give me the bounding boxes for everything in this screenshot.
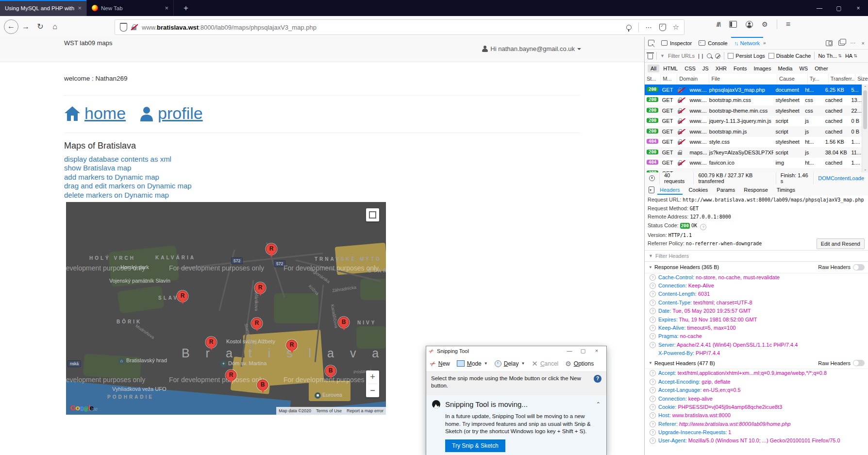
filter-tab[interactable]: CSS bbox=[682, 65, 699, 72]
header-help-icon[interactable]: ? bbox=[650, 438, 656, 444]
filter-tab[interactable]: Other bbox=[812, 65, 831, 72]
detail-tab[interactable]: Params bbox=[712, 185, 739, 195]
header-help-icon[interactable]: ? bbox=[650, 283, 656, 289]
filter-tab[interactable]: All bbox=[648, 65, 659, 72]
filter-headers-input[interactable]: ▼Filter Headers bbox=[645, 250, 868, 262]
request-row[interactable]: 200 GET www.... bootstrap.min.js script … bbox=[645, 126, 862, 137]
help-icon[interactable]: ? bbox=[594, 375, 601, 383]
user-menu[interactable]: Hi nathan.bayne@gmail.co.uk bbox=[482, 45, 581, 52]
column-header[interactable]: Transferr... bbox=[829, 74, 856, 84]
column-header[interactable]: File bbox=[709, 74, 777, 84]
map-marker-pin[interactable]: R bbox=[286, 339, 298, 351]
collapse-chevron-icon[interactable]: ⌃ bbox=[596, 401, 601, 407]
header-help-icon[interactable]: ? bbox=[650, 333, 656, 339]
minimize-button[interactable]: — bbox=[810, 5, 829, 12]
minimize-button[interactable]: — bbox=[563, 348, 576, 354]
filter-tab[interactable]: Fonts bbox=[731, 65, 750, 72]
dock-icon[interactable] bbox=[838, 40, 845, 46]
raw-headers-toggle[interactable] bbox=[853, 264, 865, 270]
header-help-icon[interactable]: ? bbox=[650, 300, 656, 306]
header-help-icon[interactable]: ? bbox=[650, 429, 656, 436]
nav-link[interactable]: home bbox=[64, 104, 126, 123]
request-row[interactable]: 404 GET www.... style.css stylesheet ht.… bbox=[645, 137, 862, 148]
snipping-toolbar-button[interactable]: ✂ New bbox=[430, 360, 450, 368]
header-help-icon[interactable]: ? bbox=[650, 342, 656, 348]
map-marker-pin[interactable]: R bbox=[206, 337, 217, 348]
header-help-icon[interactable]: ? bbox=[650, 325, 656, 331]
filter-urls-input[interactable]: Filter URLs bbox=[668, 53, 695, 59]
column-header[interactable]: Cause bbox=[777, 74, 808, 84]
filter-tab[interactable]: Media bbox=[775, 65, 795, 72]
map-marker-pin[interactable]: B bbox=[257, 379, 268, 390]
more-tools-chevron[interactable]: » bbox=[763, 40, 765, 46]
tab-inspector[interactable]: Inspector bbox=[658, 37, 695, 49]
column-header[interactable]: St... bbox=[645, 74, 661, 84]
column-header[interactable]: Size bbox=[855, 74, 868, 84]
maximize-button[interactable]: ▢ bbox=[576, 348, 590, 354]
map-link[interactable]: delete markers on Dynamic map bbox=[64, 191, 192, 200]
request-row[interactable]: 200 GET www.... bootstrap-theme.min.css … bbox=[645, 105, 862, 116]
devtools-meatball-icon[interactable]: ⋯ bbox=[851, 40, 856, 46]
site-brand[interactable]: WST lab09 maps bbox=[64, 39, 112, 47]
key-icon[interactable] bbox=[626, 25, 632, 30]
browser-tab[interactable]: New Tab × bbox=[87, 0, 174, 16]
zoom-out-button[interactable]: − bbox=[366, 384, 379, 397]
header-help-icon[interactable]: ? bbox=[650, 396, 656, 402]
clear-requests-icon[interactable] bbox=[648, 54, 653, 59]
map-link[interactable]: add markers to Dynamic map bbox=[64, 173, 192, 182]
throttling-dropdown[interactable]: No Th...⇅ bbox=[818, 53, 841, 59]
pause-icon[interactable]: | | bbox=[698, 53, 703, 59]
devtools-close-icon[interactable]: × bbox=[862, 40, 865, 46]
disable-cache-checkbox[interactable]: Disable Cache bbox=[768, 53, 811, 59]
request-row[interactable]: 404 GET www.... favicon.ico img ht... ca… bbox=[645, 158, 862, 169]
map-link[interactable]: show Bratislava map bbox=[64, 164, 192, 172]
snipping-tool-window[interactable]: ✂ Snipping Tool — ▢ × ✂ New Mode ▼ Delay bbox=[426, 346, 607, 455]
try-snip-sketch-button[interactable]: Try Snip & Sketch bbox=[445, 439, 505, 452]
map-marker-pin[interactable]: R bbox=[266, 243, 277, 254]
reload-button[interactable]: ↻ bbox=[33, 22, 48, 31]
filter-tab[interactable]: Images bbox=[751, 65, 774, 72]
header-help-icon[interactable]: ? bbox=[650, 291, 656, 297]
scrollbar[interactable]: ⌃⌄ bbox=[862, 84, 868, 172]
header-help-icon[interactable]: ? bbox=[650, 404, 656, 410]
pocket-icon[interactable] bbox=[659, 24, 666, 31]
request-headers-section[interactable]: ▼ Request Headers (477 B) Raw Headers bbox=[645, 357, 868, 369]
page-actions-icon[interactable]: ⋯ bbox=[646, 24, 652, 31]
map-marker-pin[interactable]: B bbox=[338, 317, 350, 328]
block-icon[interactable] bbox=[715, 53, 720, 59]
filter-tab[interactable]: XHR bbox=[713, 65, 730, 72]
tab-network[interactable]: ↑↓Network bbox=[731, 37, 763, 49]
snipping-titlebar[interactable]: ✂ Snipping Tool — ▢ × bbox=[426, 346, 606, 355]
bookmark-star-icon[interactable]: ☆ bbox=[673, 23, 679, 32]
help-icon[interactable]: ? bbox=[700, 224, 706, 230]
close-button[interactable]: × bbox=[590, 348, 603, 354]
map-marker-pin[interactable]: R bbox=[251, 318, 263, 329]
snipping-toolbar-button[interactable]: Delay ▼ bbox=[495, 360, 525, 367]
sidebar-icon[interactable] bbox=[729, 21, 737, 28]
snipping-toolbar-button[interactable]: Mode ▼ bbox=[457, 360, 488, 367]
har-dropdown[interactable]: HA⇅ bbox=[845, 53, 857, 59]
map-marker-pin[interactable]: R bbox=[226, 370, 237, 381]
filter-tab[interactable]: WS bbox=[796, 65, 811, 72]
attribution-link[interactable]: Terms of Use bbox=[316, 408, 342, 413]
filter-tab[interactable]: HTML bbox=[660, 65, 681, 72]
request-row[interactable]: 200 GET maps.... js?key=AIzaSyDES3LP7XPD… bbox=[645, 147, 862, 158]
header-help-icon[interactable]: ? bbox=[650, 370, 656, 376]
tracking-shield-icon[interactable] bbox=[120, 23, 127, 32]
close-button[interactable]: × bbox=[849, 5, 868, 12]
header-help-icon[interactable]: ? bbox=[650, 308, 656, 314]
request-row[interactable]: 200 GET www.... jquery-1.11.3-jquery.min… bbox=[645, 116, 862, 127]
tab-close-icon[interactable]: × bbox=[165, 4, 168, 12]
forward-button[interactable]: → bbox=[18, 22, 33, 31]
header-help-icon[interactable]: ? bbox=[650, 421, 656, 427]
column-header[interactable]: M... bbox=[661, 74, 677, 84]
google-map[interactable]: HOLÝ VRCH KALVÁRIA TRNAVSKÉ MÝTO STARÝ S… bbox=[66, 202, 386, 415]
responsive-mode-icon[interactable] bbox=[826, 40, 833, 46]
header-help-icon[interactable]: ? bbox=[650, 379, 656, 385]
raw-headers-toggle[interactable] bbox=[853, 360, 865, 366]
request-row[interactable]: 200 GET www.... phpsqlajaxV3_map.php doc… bbox=[645, 84, 862, 95]
url-bar[interactable]: www.bratislava.wst:8000/lab09/maps/phpsq… bbox=[115, 19, 684, 35]
detail-tab[interactable]: Timings bbox=[772, 185, 800, 195]
header-help-icon[interactable]: ? bbox=[650, 412, 656, 419]
map-link[interactable]: display database contents as xml bbox=[64, 155, 192, 164]
